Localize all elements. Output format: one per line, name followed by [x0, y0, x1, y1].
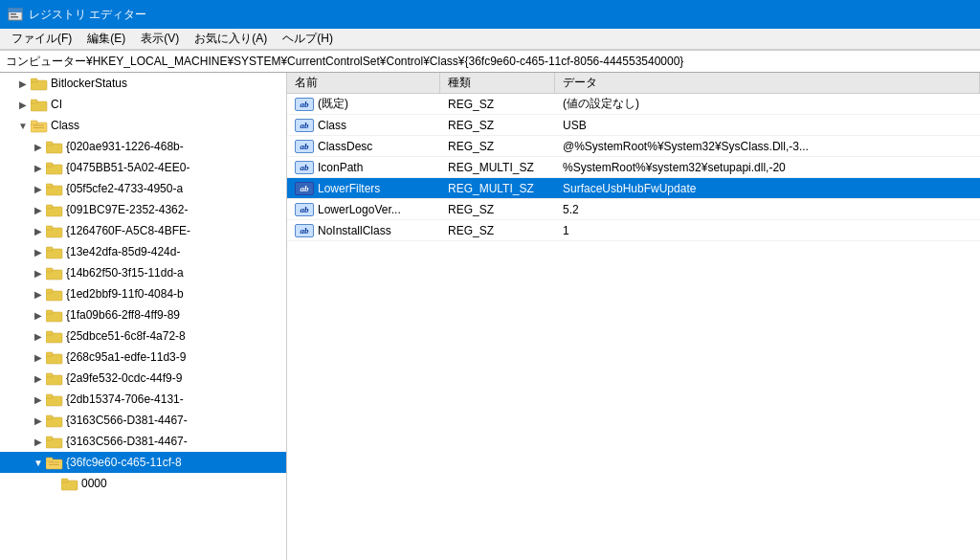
tree-label: {05f5cfe2-4733-4950-a	[66, 182, 183, 195]
reg-icon: ab	[295, 119, 314, 132]
value-name-lowerfilters: ab LowerFilters	[287, 180, 440, 197]
svg-rect-1	[9, 9, 22, 12]
svg-rect-41	[46, 437, 53, 440]
tree-item-13e42dfa[interactable]: ▶ {13e42dfa-85d9-424d-	[0, 241, 286, 262]
value-row-iconpath[interactable]: ab IconPath REG_MULTI_SZ %SystemRoot%¥sy…	[287, 157, 980, 178]
value-name-noinstallclass: ab NoInstallClass	[287, 222, 440, 239]
registry-editor-icon	[8, 7, 23, 22]
tree-item-2db15374[interactable]: ▶ {2db15374-706e-4131-	[0, 389, 286, 410]
value-type-lowerlogover: REG_SZ	[440, 201, 555, 218]
value-type-classdesc: REG_SZ	[440, 138, 555, 155]
tree-label-0000: 0000	[81, 477, 107, 490]
expand-icon: ▶	[31, 310, 46, 321]
tree-item-1264760f[interactable]: ▶ {1264760F-A5C8-4BFE-	[0, 220, 286, 241]
value-data-noinstallclass: 1	[555, 222, 980, 239]
tree-item-0475bb51[interactable]: ▶ {0475BB51-5A02-4EE0-	[0, 157, 286, 178]
svg-rect-23	[46, 247, 53, 251]
col-header-type: 種類	[440, 73, 555, 93]
expand-icon: ▶	[31, 268, 46, 279]
tree-item-2a9fe532[interactable]: ▶ {2a9fe532-0cdc-44f9-9	[0, 368, 286, 389]
tree-item-268c95a1[interactable]: ▶ {268c95a1-edfe-11d3-9	[0, 347, 286, 368]
tree-item-class[interactable]: ▼ Class	[0, 115, 286, 136]
value-row-noinstallclass[interactable]: ab NoInstallClass REG_SZ 1	[287, 220, 980, 241]
svg-rect-9	[31, 121, 37, 124]
value-type-iconpath: REG_MULTI_SZ	[440, 159, 555, 176]
value-row-classdesc[interactable]: ab ClassDesc REG_SZ @%SystemRoot%¥System…	[287, 136, 980, 157]
folder-icon	[46, 349, 63, 365]
tree-item-14b62f50[interactable]: ▶ {14b62f50-3f15-11dd-a	[0, 262, 286, 283]
address-path: コンピューター¥HKEY_LOCAL_MACHINE¥SYSTEM¥Curren…	[6, 54, 683, 70]
tree-label: {268c95a1-edfe-11d3-9	[66, 350, 186, 364]
expand-icon: ▶	[31, 415, 46, 426]
tree-item-05f5cfe2[interactable]: ▶ {05f5cfe2-4733-4950-a	[0, 178, 286, 199]
svg-rect-3	[11, 16, 18, 18]
tree-item-ci[interactable]: ▶ CI	[0, 94, 286, 115]
values-header: 名前 種類 データ	[287, 73, 980, 94]
tree-label: {0475BB51-5A02-4EE0-	[66, 161, 189, 174]
reg-icon: ab	[295, 140, 314, 153]
tree-item-1ed2bbf9[interactable]: ▶ {1ed2bbf9-11f0-4084-b	[0, 283, 286, 304]
folder-icon-class	[31, 118, 48, 133]
svg-rect-15	[46, 163, 53, 167]
expand-icon: ▶	[31, 247, 46, 258]
expand-icon: ▶	[31, 184, 46, 194]
value-name-class: ab Class	[287, 117, 440, 134]
svg-rect-25	[46, 268, 53, 272]
tree-item-0000[interactable]: ▶ 0000	[0, 473, 286, 494]
tree-item-bitlocker[interactable]: ▶ BitlockerStatus	[0, 73, 286, 94]
tree-item-3163c566a[interactable]: ▶ {3163C566-D381-4467-	[0, 410, 286, 431]
folder-icon	[46, 307, 63, 323]
folder-icon	[46, 160, 63, 175]
menu-favorites[interactable]: お気に入り(A)	[187, 29, 275, 49]
folder-icon	[46, 265, 63, 280]
main-content: ▶ BitlockerStatus ▶ CI ▼	[0, 73, 980, 560]
tree-label: {13e42dfa-85d9-424d-	[66, 245, 180, 258]
svg-rect-19	[46, 205, 53, 209]
tree-item-091bc97e[interactable]: ▶ {091BC97E-2352-4362-	[0, 199, 286, 220]
values-panel[interactable]: 名前 種類 データ ab (既定) REG_SZ (値の設定なし) ab Cla…	[287, 73, 980, 560]
menu-help[interactable]: ヘルプ(H)	[275, 29, 341, 49]
value-data-iconpath: %SystemRoot%¥system32¥setupapi.dll,-20	[555, 159, 980, 176]
tree-item-3163c566b[interactable]: ▶ {3163C566-D381-4467-	[0, 431, 286, 452]
expand-icon: ▶	[31, 142, 46, 152]
expand-icon: ▶	[15, 78, 31, 89]
value-data-default: (値の設定なし)	[555, 94, 980, 114]
value-data-class: USB	[555, 117, 980, 134]
svg-rect-39	[46, 415, 53, 419]
menu-bar: ファイル(F) 編集(E) 表示(V) お気に入り(A) ヘルプ(H)	[0, 29, 980, 50]
folder-icon-bitlocker	[31, 76, 48, 91]
value-row-class[interactable]: ab Class REG_SZ USB	[287, 115, 980, 136]
svg-rect-29	[46, 310, 53, 314]
tree-label: {020ae931-1226-468b-	[66, 140, 184, 153]
menu-edit[interactable]: 編集(E)	[79, 29, 133, 49]
tree-label-ci: CI	[51, 98, 62, 111]
menu-view[interactable]: 表示(V)	[133, 29, 187, 49]
tree-label: {2a9fe532-0cdc-44f9-9	[66, 371, 182, 385]
value-row-default[interactable]: ab (既定) REG_SZ (値の設定なし)	[287, 94, 980, 115]
folder-icon	[46, 139, 63, 154]
title-bar: レジストリ エディター	[0, 0, 980, 29]
tree-panel[interactable]: ▶ BitlockerStatus ▶ CI ▼	[0, 73, 287, 560]
folder-icon-0000	[61, 476, 78, 491]
svg-rect-43	[46, 458, 53, 461]
reg-icon: ab	[295, 98, 314, 111]
value-type-noinstallclass: REG_SZ	[440, 222, 555, 239]
tree-item-25dbce51[interactable]: ▶ {25dbce51-6c8f-4a72-8	[0, 325, 286, 347]
value-row-lowerlogover[interactable]: ab LowerLogoVer... REG_SZ 5.2	[287, 199, 980, 220]
folder-icon	[46, 370, 63, 386]
tree-item-1fa09b66[interactable]: ▶ {1fa09b66-2ff8-4ff9-89	[0, 304, 286, 325]
folder-icon	[46, 223, 63, 238]
folder-icon-selected	[46, 455, 63, 470]
tree-label: {1fa09b66-2ff8-4ff9-89	[66, 308, 180, 322]
menu-file[interactable]: ファイル(F)	[4, 29, 79, 49]
reg-icon: ab	[295, 224, 314, 237]
expand-icon: ▶	[31, 289, 46, 300]
tree-label-class: Class	[51, 119, 79, 132]
value-row-lowerfilters[interactable]: ab LowerFilters REG_MULTI_SZ SurfaceUsbH…	[287, 178, 980, 199]
folder-icon	[46, 434, 63, 449]
svg-rect-31	[46, 331, 53, 335]
tree-item-36fc9e60[interactable]: ▼ {36fc9e60-c465-11cf-8	[0, 452, 286, 473]
expand-icon: ▶	[31, 437, 46, 447]
tree-item-020ae931[interactable]: ▶ {020ae931-1226-468b-	[0, 136, 286, 157]
value-data-lowerlogover: 5.2	[555, 201, 980, 218]
